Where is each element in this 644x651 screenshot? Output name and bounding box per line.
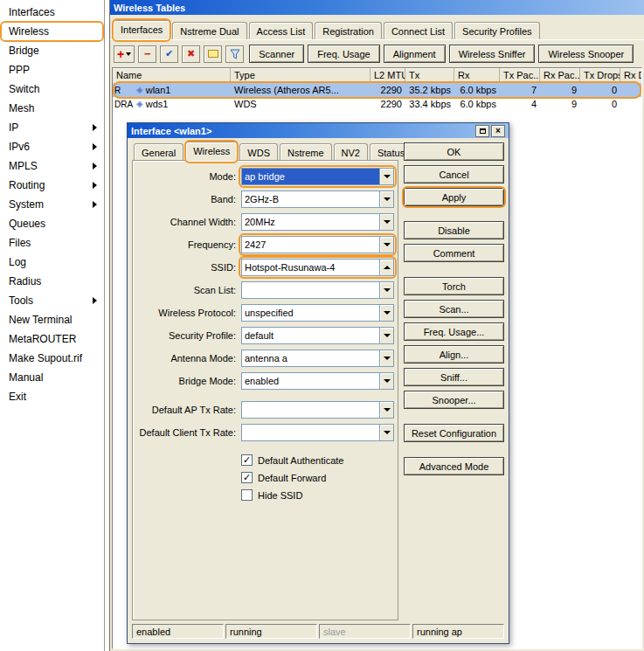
sidebar-item-tools[interactable]: Tools (0, 291, 104, 310)
checkbox-default-forward[interactable] (241, 472, 253, 483)
reset-configuration-button[interactable]: Reset Configuration (404, 424, 504, 442)
field-input-frequency[interactable]: 2427 (241, 236, 379, 253)
dialog-tab-wds[interactable]: WDS (239, 143, 278, 161)
sidebar-item-mpls[interactable]: MPLS (0, 156, 104, 176)
column-header-l2-mtu[interactable]: L2 MTU (370, 68, 405, 83)
column-header-rx[interactable]: Rx (454, 68, 500, 83)
dropdown-button[interactable] (379, 190, 394, 208)
sidebar-item-system[interactable]: System (0, 195, 104, 214)
remove-button[interactable]: − (138, 45, 156, 63)
wireless-snooper-button[interactable]: Wireless Snooper (538, 45, 634, 63)
column-header-name[interactable]: Name (113, 68, 231, 83)
field-input-scan-list[interactable] (241, 281, 379, 299)
sidebar-item-queues[interactable]: Queues (0, 214, 104, 233)
dropdown-button[interactable] (379, 327, 394, 344)
freq-usage-button[interactable]: Freq. Usage (308, 45, 380, 63)
disable-button[interactable]: ✖ (182, 45, 200, 63)
dialog-tab-wireless[interactable]: Wireless (185, 142, 238, 161)
tab-nstreme-dual[interactable]: Nstreme Dual (172, 22, 246, 39)
field-input-default-client-tx-rate[interactable] (241, 424, 379, 441)
column-header-tx[interactable]: Tx (405, 68, 454, 83)
align-button[interactable]: Align... (404, 345, 504, 364)
field-input-channel-width[interactable]: 20MHz (241, 213, 379, 231)
wireless-sniffer-button[interactable]: Wireless Sniffer (449, 45, 536, 63)
dialog-tab-nstreme[interactable]: Nstreme (280, 143, 332, 161)
dropdown-button[interactable] (379, 259, 394, 276)
field-input-bridge-mode[interactable]: enabled (241, 372, 379, 390)
sidebar-item-metarouter[interactable]: MetaROUTER (0, 329, 104, 349)
sidebar-item-routing[interactable]: Routing (0, 176, 104, 195)
column-header-tx-drops[interactable]: Tx Drops (580, 68, 620, 83)
sidebar-item-bridge[interactable]: Bridge (0, 41, 104, 60)
comment-button[interactable]: Comment (404, 244, 504, 262)
dialog-tab-general[interactable]: General (134, 143, 184, 161)
field-input-security-profile[interactable]: default (241, 327, 379, 344)
field-input-wireless-protocol[interactable]: unspecified (241, 304, 379, 322)
field-input-mode[interactable]: ap bridge (241, 168, 379, 185)
sidebar-item-ip[interactable]: IP (0, 118, 104, 137)
column-header-rx-pac[interactable]: Rx Pac... (540, 68, 580, 83)
dropdown-button[interactable] (379, 401, 394, 419)
sidebar-item-wireless[interactable]: Wireless (0, 22, 104, 41)
sidebar-item-make-supout-rif[interactable]: Make Supout.rif (0, 349, 104, 368)
add-button[interactable]: + (114, 45, 135, 63)
tab-access-list[interactable]: Access List (249, 22, 314, 39)
tab-security-profiles[interactable]: Security Profiles (454, 22, 539, 39)
enable-button[interactable]: ✔ (160, 45, 178, 63)
sidebar-item-switch[interactable]: Switch (0, 80, 104, 99)
dropdown-button[interactable] (379, 168, 394, 185)
field-input-ssid[interactable]: Hotspot-Rusunawa-4 (241, 259, 379, 276)
sidebar-item-mesh[interactable]: Mesh (0, 99, 104, 118)
sidebar-item-interfaces[interactable]: Interfaces (0, 3, 104, 22)
dialog-tab-nv2[interactable]: NV2 (334, 143, 368, 161)
dropdown-button[interactable] (379, 350, 394, 367)
checkbox-hide-ssid[interactable] (241, 489, 253, 501)
dialog-titlebar[interactable]: Interface <wlan1> × (128, 123, 509, 138)
freq-usage-button[interactable]: Freq. Usage... (404, 322, 504, 341)
cell-rx: 6.0 kbps (454, 99, 500, 109)
alignment-button[interactable]: Alignment (384, 45, 446, 63)
field-input-default-ap-tx-rate[interactable] (241, 401, 379, 419)
column-header-tx-pac[interactable]: Tx Pac... (500, 68, 540, 83)
column-header-rx-drop[interactable]: Rx Drop (620, 68, 642, 83)
checkbox-default-authenticate[interactable] (241, 454, 253, 466)
table-row[interactable]: R◈wlan1Wireless (Atheros AR5...229035.2 … (113, 83, 641, 97)
torch-button[interactable]: Torch (404, 277, 504, 295)
advanced-mode-button[interactable]: Advanced Mode (404, 457, 504, 475)
snooper-button[interactable]: Snooper... (404, 391, 504, 409)
ok-button[interactable]: OK (404, 142, 504, 161)
sidebar-item-manual[interactable]: Manual (0, 368, 104, 387)
dropdown-button[interactable] (379, 236, 394, 253)
tab-registration[interactable]: Registration (315, 22, 382, 39)
restore-button[interactable] (475, 125, 489, 137)
tab-connect-list[interactable]: Connect List (384, 22, 453, 39)
sidebar-item-radius[interactable]: Radius (0, 272, 104, 291)
sidebar-item-ppp[interactable]: PPP (0, 60, 104, 80)
sniff-button[interactable]: Sniff... (404, 368, 504, 386)
close-button[interactable]: × (491, 125, 505, 137)
column-header-type[interactable]: Type (231, 68, 370, 83)
status-running: running (225, 624, 317, 639)
dropdown-button[interactable] (379, 213, 394, 231)
table-row[interactable]: DRA◈wds1WDS229033.4 kbps6.0 kbps490 (113, 97, 641, 111)
dropdown-button[interactable] (379, 424, 394, 441)
comment-button[interactable] (204, 45, 222, 63)
sidebar-item-log[interactable]: Log (0, 253, 104, 272)
sidebar-item-files[interactable]: Files (0, 233, 104, 253)
disable-button[interactable]: Disable (404, 221, 504, 239)
scanner-button[interactable]: Scanner (249, 45, 304, 63)
sidebar-item-exit[interactable]: Exit (0, 387, 104, 406)
scan-button[interactable]: Scan... (404, 300, 504, 318)
wireless-tables-titlebar[interactable]: Wireless Tables (110, 0, 644, 15)
cancel-button[interactable]: Cancel (404, 165, 504, 184)
filter-button[interactable] (225, 45, 244, 63)
dropdown-button[interactable] (379, 372, 394, 390)
field-input-band[interactable]: 2GHz-B (241, 190, 379, 208)
tab-interfaces[interactable]: Interfaces (113, 20, 170, 39)
dropdown-button[interactable] (379, 304, 394, 322)
sidebar-item-ipv6[interactable]: IPv6 (0, 137, 104, 156)
apply-button[interactable]: Apply (404, 188, 504, 206)
sidebar-item-new-terminal[interactable]: New Terminal (0, 310, 104, 329)
dropdown-button[interactable] (379, 281, 394, 299)
field-input-antenna-mode[interactable]: antenna a (241, 350, 379, 367)
